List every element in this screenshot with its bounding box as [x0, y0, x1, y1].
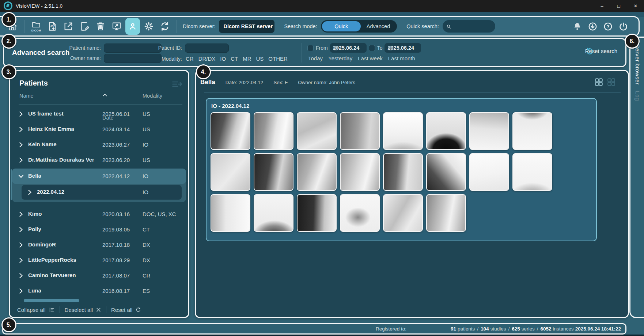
quick-date-option[interactable]: Last week: [358, 55, 383, 61]
close-button[interactable]: ✕: [627, 0, 644, 12]
grid-view-alt-icon[interactable]: [607, 78, 616, 87]
notifications-bell-icon[interactable]: [572, 22, 582, 31]
reset-search-button[interactable]: Reset search: [585, 48, 617, 54]
study-row[interactable]: 2022.04.12 IO: [22, 185, 182, 200]
chevron-right-icon[interactable]: [19, 227, 23, 233]
xray-thumbnail[interactable]: [426, 194, 466, 232]
xray-thumbnail[interactable]: [211, 194, 250, 232]
modality-option[interactable]: US: [256, 56, 264, 62]
table-row[interactable]: Bella 2022.04.12 IO: [12, 169, 186, 184]
chevron-right-icon[interactable]: [19, 242, 23, 248]
deselect-all-button[interactable]: Deselect all: [65, 307, 102, 313]
to-checkbox[interactable]: [369, 45, 375, 51]
xray-thumbnail[interactable]: [512, 153, 552, 191]
quick-search-input[interactable]: [454, 23, 492, 30]
chevron-right-icon[interactable]: [19, 127, 23, 132]
maximize-button[interactable]: □: [610, 0, 627, 12]
delete-button[interactable]: [93, 18, 108, 35]
horizontal-scrollbar[interactable]: [24, 299, 79, 302]
quick-date-option[interactable]: Last month: [388, 55, 415, 61]
xray-thumbnail[interactable]: [512, 112, 552, 150]
table-row[interactable]: Kimo 2020.03.16 DOC, US, XC: [12, 207, 186, 222]
table-row[interactable]: DomingoR 2017.10.18 DX: [12, 237, 186, 253]
chevron-right-icon[interactable]: [27, 189, 32, 195]
xray-thumbnail[interactable]: [426, 153, 466, 191]
to-date-input[interactable]: 2025.06.24: [384, 43, 421, 53]
refresh-button[interactable]: [158, 18, 172, 35]
reset-all-button[interactable]: Reset all: [111, 307, 141, 313]
modality-option[interactable]: CT: [231, 56, 238, 62]
modality-option[interactable]: MR: [243, 56, 251, 62]
xray-thumbnail[interactable]: [426, 112, 466, 150]
footer-divider: [106, 306, 106, 313]
table-row[interactable]: Polly 2019.03.05 CT: [12, 222, 186, 237]
column-header-name[interactable]: Name: [19, 93, 34, 99]
xray-thumbnail[interactable]: [297, 153, 337, 191]
patient-browser-button[interactable]: [125, 18, 140, 35]
chevron-right-icon[interactable]: [19, 111, 23, 117]
patient-modality: CT: [143, 226, 150, 233]
import-jpg-button[interactable]: JPG: [45, 18, 60, 35]
collapse-panel-icon[interactable]: [171, 79, 183, 89]
from-date-input[interactable]: 2025.06.24: [330, 43, 367, 53]
column-header-modality[interactable]: Modality: [143, 93, 162, 99]
table-row[interactable]: Dr.Matthias Dourakas Ver 2023.06.20 US: [12, 152, 186, 168]
edit-button[interactable]: [77, 18, 92, 35]
chevron-right-icon[interactable]: [19, 157, 23, 163]
tab-log[interactable]: Log: [634, 91, 641, 101]
chevron-right-icon[interactable]: [19, 142, 23, 148]
count-label: patients: [458, 326, 475, 332]
xray-thumbnail[interactable]: [469, 112, 509, 150]
xray-thumbnail[interactable]: [297, 194, 337, 232]
chevron-right-icon[interactable]: [19, 288, 23, 294]
xray-thumbnail[interactable]: [254, 194, 293, 232]
help-icon[interactable]: ?: [603, 22, 613, 31]
chevron-right-icon[interactable]: [19, 273, 23, 279]
xray-thumbnail[interactable]: [383, 153, 423, 191]
table-row[interactable]: US frame test 2025.06.01 US: [12, 106, 186, 122]
table-row[interactable]: Kein Name 2023.06.27 IO: [12, 137, 186, 152]
modality-option[interactable]: IO: [220, 56, 226, 62]
grid-view-active-icon[interactable]: [594, 78, 603, 87]
xray-thumbnail[interactable]: [340, 112, 380, 150]
xray-image: [341, 195, 379, 231]
chevron-right-icon[interactable]: [19, 211, 23, 217]
table-row[interactable]: LittlePepperRocks 2017.08.29 DX: [12, 253, 186, 268]
collapse-all-button[interactable]: Collapse all: [17, 307, 55, 313]
settings-button[interactable]: [141, 18, 156, 35]
xray-thumbnail[interactable]: [383, 112, 423, 150]
modality-option[interactable]: OTHER: [268, 56, 288, 62]
quick-date-option[interactable]: Today: [308, 55, 323, 61]
send-to-monitor-button[interactable]: [109, 18, 124, 35]
minimize-button[interactable]: –: [594, 0, 610, 12]
export-button[interactable]: [61, 18, 76, 35]
xray-thumbnail[interactable]: [383, 194, 423, 232]
count-value: 104: [481, 326, 489, 332]
search-mode-quick[interactable]: Quick: [322, 21, 361, 31]
xray-thumbnail[interactable]: [340, 194, 380, 232]
power-icon[interactable]: [618, 22, 628, 31]
modality-option[interactable]: CR: [186, 56, 194, 62]
column-header-date[interactable]: Date: [102, 93, 107, 97]
xray-thumbnail[interactable]: [340, 153, 380, 191]
tab-server-browser[interactable]: Server browser: [634, 44, 641, 85]
patient-id-input[interactable]: [185, 44, 229, 53]
search-mode-advanced[interactable]: Advanced: [361, 23, 396, 29]
table-row[interactable]: Heinz Knie Emma 2024.03.14 US: [12, 122, 186, 137]
modality-option[interactable]: DR/DX: [198, 56, 216, 62]
xray-thumbnail[interactable]: [469, 153, 509, 191]
chevron-right-icon[interactable]: [19, 257, 23, 263]
xray-thumbnail[interactable]: [254, 112, 293, 150]
from-checkbox[interactable]: [307, 45, 314, 51]
xray-thumbnail[interactable]: [254, 153, 293, 191]
quick-date-option[interactable]: Yesterday: [328, 55, 352, 61]
table-row[interactable]: Luna 2016.08.17 ES: [12, 283, 186, 299]
chevron-down-icon[interactable]: [19, 173, 23, 179]
dicom-server-select[interactable]: Dicom REST server: [219, 20, 274, 33]
xray-thumbnail[interactable]: [297, 112, 337, 150]
xray-thumbnail[interactable]: [211, 112, 250, 150]
download-icon[interactable]: [588, 22, 598, 31]
open-dicom-button[interactable]: DICOM: [29, 18, 43, 35]
table-row[interactable]: Camino Tervueren 2017.08.07 CR: [12, 268, 186, 283]
xray-thumbnail[interactable]: [211, 153, 250, 191]
